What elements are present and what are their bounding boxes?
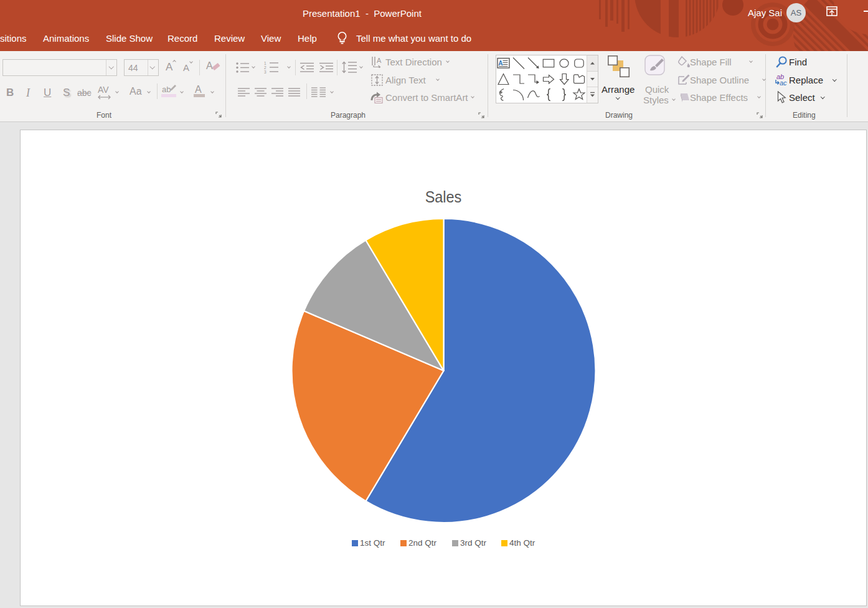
svg-text:A: A [377, 57, 382, 64]
svg-text:3: 3 [264, 70, 267, 74]
svg-text:ac: ac [780, 79, 787, 87]
svg-text:2: 2 [264, 65, 267, 70]
svg-text:A: A [498, 60, 502, 67]
